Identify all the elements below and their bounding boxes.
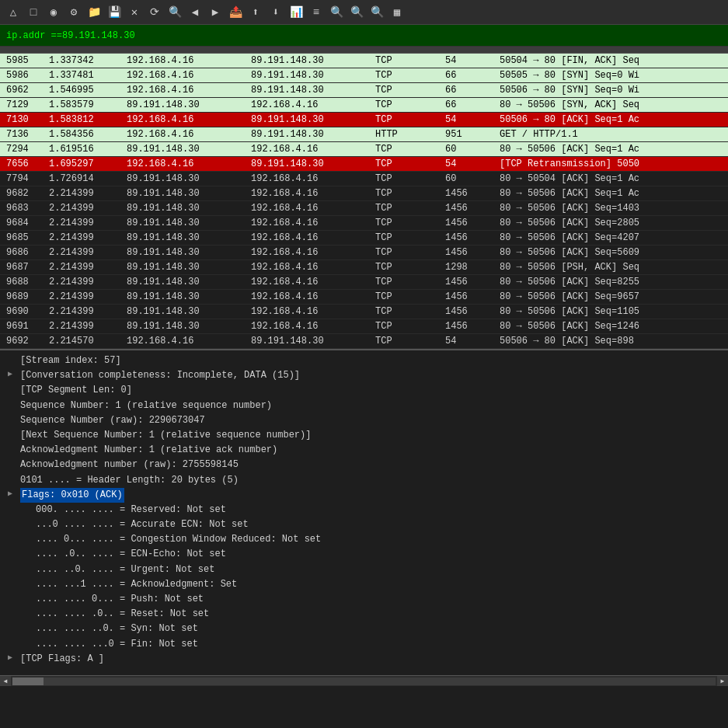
cell-no: 7129 [3, 99, 46, 111]
toolbar-icon-export[interactable]: 📤 [226, 3, 245, 22]
detail-text: .... .... ..0. = Syn: Not set [36, 622, 198, 636]
toolbar-icon-zoom-fit[interactable]: 🔍 [367, 3, 386, 22]
col-protocol [372, 48, 442, 51]
col-destination [248, 48, 372, 51]
table-row[interactable]: 59851.337342192.168.4.1689.191.148.30TCP… [0, 54, 728, 68]
detail-text: [TCP Segment Len: 0] [20, 383, 132, 398]
cell-dst: 89.191.148.30 [248, 69, 372, 82]
table-row[interactable]: 96842.21439989.191.148.30192.168.4.16TCP… [0, 216, 728, 231]
cell-no: 9690 [3, 305, 46, 318]
cell-dst: 89.191.148.30 [248, 128, 372, 141]
table-row[interactable]: 59861.337481192.168.4.1689.191.148.30TCP… [0, 68, 728, 83]
table-row[interactable]: 96822.21439989.191.148.30192.168.4.16TCP… [0, 186, 728, 201]
cell-len: 66 [442, 69, 496, 82]
cell-time: 2.214399 [46, 305, 124, 318]
detail-expand-icon[interactable]: ▶ [8, 488, 17, 500]
cell-proto: TCP [372, 172, 442, 185]
toolbar-icon-folder[interactable]: 📁 [85, 3, 103, 22]
table-row[interactable]: 96852.21439989.191.148.30192.168.4.16TCP… [0, 231, 728, 246]
toolbar-icon-gear[interactable]: ⚙ [64, 3, 83, 22]
scroll-thumb[interactable] [12, 677, 44, 685]
toolbar-icon-back[interactable]: ◀ [186, 3, 204, 22]
cell-proto: TCP [372, 84, 442, 96]
table-row[interactable]: 96862.21439989.191.148.30192.168.4.16TCP… [0, 246, 728, 260]
toolbar-icon-zoom-out[interactable]: 🔍 [347, 3, 366, 22]
table-row[interactable]: 96922.214570192.168.4.1689.191.148.30TCP… [0, 334, 728, 349]
cell-len: 1456 [442, 246, 496, 259]
cell-info: 80 → 50506 [ACK] Seq=1246 [496, 320, 725, 333]
table-row[interactable]: 96882.21439989.191.148.30192.168.4.16TCP… [0, 275, 728, 290]
detail-line: 0101 .... = Header Length: 20 bytes (5) [6, 473, 722, 488]
detail-expand-icon[interactable]: ▶ [8, 368, 17, 381]
cell-info: 80 → 50506 [ACK] Seq=5609 [496, 246, 725, 259]
table-row[interactable]: 96892.21439989.191.148.30192.168.4.16TCP… [0, 290, 728, 305]
toolbar-icon-chart[interactable]: 📊 [287, 3, 305, 22]
cell-src: 89.191.148.30 [124, 261, 248, 273]
cell-no: 9689 [3, 291, 46, 303]
cell-time: 1.583812 [46, 113, 124, 126]
detail-text: Acknowledgment number (raw): 2755598145 [20, 458, 239, 472]
cell-time: 1.546995 [46, 84, 124, 96]
toolbar-icon-triangle[interactable]: △ [4, 3, 23, 22]
toolbar-icon-search[interactable]: 🔍 [165, 3, 184, 22]
cell-len: 1456 [442, 232, 496, 244]
cell-proto: HTTP [372, 128, 442, 141]
cell-src: 89.191.148.30 [124, 320, 248, 333]
cell-src: 89.191.148.30 [124, 172, 248, 185]
detail-text: .... .... 0... = Push: Not set [36, 592, 204, 607]
scroll-right-arrow[interactable]: ▶ [717, 676, 728, 687]
cell-dst: 89.191.148.30 [248, 113, 372, 126]
detail-expand-icon[interactable]: ▶ [8, 652, 17, 664]
detail-text: Acknowledgment Number: 1 (relative ack n… [20, 443, 277, 458]
table-row[interactable]: 96832.21439989.191.148.30192.168.4.16TCP… [0, 201, 728, 216]
detail-text: Sequence Number (raw): 2290673047 [20, 413, 205, 428]
toolbar-icon-up[interactable]: ⬆ [246, 3, 265, 22]
toolbar-icon-square[interactable]: □ [24, 3, 43, 22]
table-row[interactable]: 96902.21439989.191.148.30192.168.4.16TCP… [0, 305, 728, 319]
table-row[interactable]: 71291.58357989.191.148.30192.168.4.16TCP… [0, 98, 728, 113]
toolbar-icon-circle[interactable]: ◉ [44, 3, 63, 22]
table-row[interactable]: 69621.546995192.168.4.1689.191.148.30TCP… [0, 83, 728, 98]
table-row[interactable]: 96872.21439989.191.148.30192.168.4.16TCP… [0, 260, 728, 275]
table-row[interactable]: 96912.21439989.191.148.30192.168.4.16TCP… [0, 319, 728, 334]
scroll-left-arrow[interactable]: ◀ [0, 676, 11, 687]
detail-text: .... .0.. .... = ECN-Echo: Not set [36, 547, 226, 562]
cell-len: 54 [442, 158, 496, 170]
cell-no: 5986 [3, 69, 46, 82]
cell-len: 54 [442, 335, 496, 347]
detail-text: .... ..0. .... = Urgent: Not set [36, 563, 214, 577]
cell-time: 2.214399 [46, 217, 124, 229]
table-row[interactable]: 71361.584356192.168.4.1689.191.148.30HTT… [0, 127, 728, 142]
toolbar-icon-down[interactable]: ⬇ [266, 3, 285, 22]
scroll-track[interactable] [12, 677, 716, 685]
cell-no: 7294 [3, 143, 46, 155]
cell-proto: TCP [372, 158, 442, 170]
detail-text: ...0 .... .... = Accurate ECN: Not set [36, 517, 249, 532]
toolbar-icon-zoom-in[interactable]: 🔍 [327, 3, 346, 22]
cell-proto: TCP [372, 202, 442, 214]
cell-info: [TCP Retransmission] 5050 [496, 158, 725, 170]
toolbar-icon-close[interactable]: ✕ [125, 3, 144, 22]
toolbar-icon-save[interactable]: 💾 [105, 3, 124, 22]
table-row[interactable]: 76561.695297192.168.4.1689.191.148.30TCP… [0, 157, 728, 172]
detail-line: Acknowledgment number (raw): 2755598145 [6, 458, 722, 472]
detail-line: Sequence Number (raw): 2290673047 [6, 413, 722, 428]
table-row[interactable]: 77941.72691489.191.148.30192.168.4.16TCP… [0, 172, 728, 186]
toolbar-icon-list[interactable]: ≡ [307, 3, 326, 22]
toolbar-icon-forward[interactable]: ▶ [206, 3, 225, 22]
cell-dst: 89.191.148.30 [248, 158, 372, 170]
cell-dst: 192.168.4.16 [248, 320, 372, 333]
cell-no: 7794 [3, 172, 46, 185]
toolbar-icon-refresh[interactable]: ⟳ [145, 3, 164, 22]
detail-text: .... .... ...0 = Fin: Not set [36, 637, 198, 652]
cell-proto: TCP [372, 335, 442, 347]
table-row[interactable]: 71301.583812192.168.4.1689.191.148.30TCP… [0, 113, 728, 127]
filter-bar [0, 25, 728, 47]
table-row[interactable]: 72941.61951689.191.148.30192.168.4.16TCP… [0, 142, 728, 157]
toolbar-icon-grid[interactable]: ▦ [388, 3, 406, 22]
cell-len: 1456 [442, 217, 496, 229]
filter-input[interactable] [6, 30, 722, 41]
cell-time: 2.214399 [46, 246, 124, 259]
cell-len: 60 [442, 172, 496, 185]
cell-proto: TCP [372, 291, 442, 303]
